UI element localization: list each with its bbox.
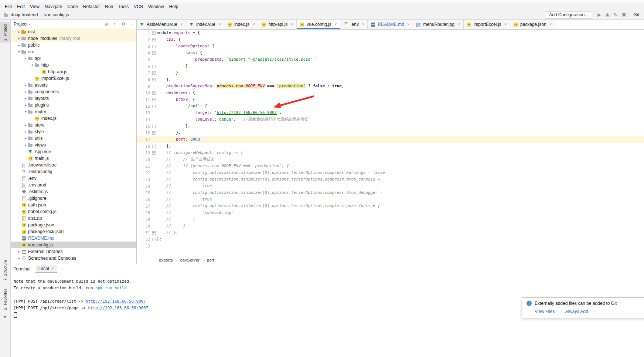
- close-icon[interactable]: ✕: [504, 23, 507, 26]
- debug-icon[interactable]: ◉: [605, 12, 609, 17]
- fold-marker-icon[interactable]: [151, 70, 157, 76]
- tree-item-package-json[interactable]: package.json: [11, 222, 136, 228]
- fold-marker-icon[interactable]: [151, 143, 157, 149]
- tree-item-http-api-js[interactable]: http-api.js: [11, 68, 136, 75]
- chevron-right-icon[interactable]: ▸: [23, 123, 28, 127]
- code-line[interactable]: 26 // true: [137, 196, 644, 203]
- code-line[interactable]: 28 // 'console.log': [137, 209, 644, 216]
- close-icon[interactable]: ✕: [180, 23, 183, 26]
- fold-marker-icon[interactable]: [151, 50, 157, 56]
- fold-marker-icon[interactable]: [151, 63, 157, 70]
- tree-item-router[interactable]: ▾router: [11, 108, 136, 115]
- close-icon[interactable]: ✕: [51, 267, 54, 270]
- menu-item-help[interactable]: Help: [167, 4, 181, 9]
- chevron-right-icon[interactable]: ▸: [23, 83, 28, 87]
- chevron-right-icon[interactable]: ▸: [17, 37, 21, 40]
- tab-importexcel-js[interactable]: importExcel.js✕: [464, 20, 510, 29]
- code-line[interactable]: 21 // if (process.env.NODE_ENV === 'prod…: [137, 163, 644, 169]
- fold-marker-icon[interactable]: [151, 96, 157, 103]
- tool-button-favorites[interactable]: 2: Favorites: [0, 287, 10, 311]
- run-icon[interactable]: ▶: [597, 12, 601, 17]
- code-line[interactable]: 5 prependData: `@import "~@/assets/scss/…: [137, 56, 644, 63]
- chevron-right-icon[interactable]: ▸: [23, 130, 28, 134]
- breadcrumb-devserver[interactable]: devServer: [180, 258, 200, 262]
- menu-item-view[interactable]: View: [27, 4, 42, 9]
- close-icon[interactable]: ✕: [362, 23, 365, 26]
- tree-item-external-libraries[interactable]: ▸External Libraries: [11, 248, 136, 255]
- fold-marker-icon[interactable]: [151, 229, 157, 236]
- code-line[interactable]: 19 // configureWebpack: config => {: [137, 149, 644, 156]
- tree-item-components[interactable]: ▸components: [11, 88, 136, 95]
- code-line[interactable]: 32};: [137, 236, 644, 243]
- tree-item-browserslistrc[interactable]: .browserslistrc: [11, 162, 136, 168]
- tab-asidemenu-vue[interactable]: AsideMenu.vue✕: [137, 20, 186, 29]
- tab-vue-config-js[interactable]: vue.config.js✕: [297, 20, 340, 29]
- chevron-down-icon[interactable]: ▾: [17, 50, 21, 54]
- tree-item-package-lock-json[interactable]: package-lock.json: [11, 228, 136, 235]
- tree-item-vue-config-js[interactable]: vue.config.js: [11, 242, 136, 248]
- code-line[interactable]: 31 // },: [137, 229, 644, 236]
- locate-icon[interactable]: ⊕: [104, 21, 108, 27]
- code-line[interactable]: 17 port: 8008: [137, 136, 644, 143]
- menu-item-window[interactable]: Window: [146, 4, 167, 9]
- code-line[interactable]: 23 // config.optimization.minimizer[0].o…: [137, 176, 644, 183]
- menu-item-code[interactable]: Code: [65, 4, 81, 9]
- tree-item-style[interactable]: ▸style: [11, 128, 136, 135]
- chevron-right-icon[interactable]: ▸: [17, 30, 21, 34]
- code-line[interactable]: 1module.exports = {: [137, 30, 644, 36]
- new-terminal-button[interactable]: +: [61, 266, 64, 272]
- chevron-right-icon[interactable]: ▸: [23, 143, 28, 147]
- tree-item-store[interactable]: ▸store: [11, 122, 136, 128]
- code-line[interactable]: 11 proxy: {: [137, 96, 644, 103]
- tab-index-js[interactable]: index.js✕: [224, 20, 258, 29]
- tree-item-main-js[interactable]: main.js: [11, 155, 136, 162]
- tree-item-scratches-and-consoles[interactable]: ▸Scratches and Consoles: [11, 255, 136, 262]
- notification-action-always-add[interactable]: Always Add: [565, 309, 588, 314]
- tree-item-api[interactable]: ▾api: [11, 55, 136, 62]
- fold-marker-icon[interactable]: [151, 30, 157, 36]
- settings-gear-icon[interactable]: ⚙: [121, 21, 125, 27]
- chevron-right-icon[interactable]: ▸: [17, 250, 21, 253]
- fold-marker-icon[interactable]: [151, 76, 157, 83]
- breadcrumb-project[interactable]: duoji-frontend: [11, 12, 38, 17]
- terminal-tab-local[interactable]: Local ✕: [35, 265, 57, 273]
- code-area[interactable]: 1module.exports = {2 css: {3 loaderOptio…: [137, 30, 644, 256]
- code-line[interactable]: 13 target: 'http://192.168.66.56:9007',: [137, 110, 644, 116]
- code-line[interactable]: 2 css: {: [137, 36, 644, 43]
- fold-marker-icon[interactable]: [151, 149, 157, 156]
- terminal-url-link[interactable]: http://192.168.66.56:9007: [88, 306, 149, 310]
- fold-marker-icon[interactable]: [151, 123, 157, 129]
- menu-item-tools[interactable]: Tools: [116, 4, 131, 9]
- tool-button-project[interactable]: 1: Project: [0, 22, 10, 43]
- project-panel-title[interactable]: Project: [14, 21, 27, 27]
- code-line[interactable]: 8 },: [137, 76, 644, 83]
- code-line[interactable]: 24 // true: [137, 183, 644, 189]
- sync-icon[interactable]: ↻: [614, 12, 617, 17]
- tab-env[interactable]: .env✕: [340, 20, 368, 29]
- fold-marker-icon[interactable]: [151, 43, 157, 50]
- chevron-right-icon[interactable]: ▸: [23, 97, 28, 100]
- code-line[interactable]: 29 // ]: [137, 216, 644, 223]
- code-line[interactable]: 15 },: [137, 123, 644, 129]
- code-line[interactable]: 30 // }: [137, 223, 644, 229]
- chevron-down-icon[interactable]: ▾: [23, 57, 28, 60]
- breadcrumb-exports[interactable]: exports: [159, 258, 173, 262]
- code-line[interactable]: 18 },: [137, 143, 644, 149]
- git-widget[interactable]: Git:: [631, 12, 640, 17]
- close-icon[interactable]: ✕: [457, 23, 460, 26]
- code-line[interactable]: 7 }: [137, 70, 644, 76]
- add-configuration-button[interactable]: Add Configuration...: [545, 11, 592, 18]
- tree-item-auth-json[interactable]: auth.json: [11, 202, 136, 208]
- close-icon[interactable]: ✕: [252, 23, 255, 26]
- chevron-right-icon[interactable]: ▸: [17, 256, 21, 260]
- chevron-right-icon[interactable]: ▸: [23, 103, 28, 107]
- fold-marker-icon[interactable]: [151, 236, 157, 243]
- tree-item-dist-zip[interactable]: dist.zip: [11, 215, 136, 222]
- tree-item-assets[interactable]: ▸assets: [11, 82, 136, 88]
- tree-item-plugins[interactable]: ▸plugins: [11, 102, 136, 108]
- close-icon[interactable]: ✕: [334, 23, 337, 26]
- code-line[interactable]: 27 // config.optimization.minimizer[0].o…: [137, 203, 644, 209]
- tree-item-index-js[interactable]: index.js: [11, 115, 136, 122]
- chevron-right-icon[interactable]: ▸: [23, 90, 28, 94]
- tree-item-gitignore[interactable]: .gitignore: [11, 195, 136, 202]
